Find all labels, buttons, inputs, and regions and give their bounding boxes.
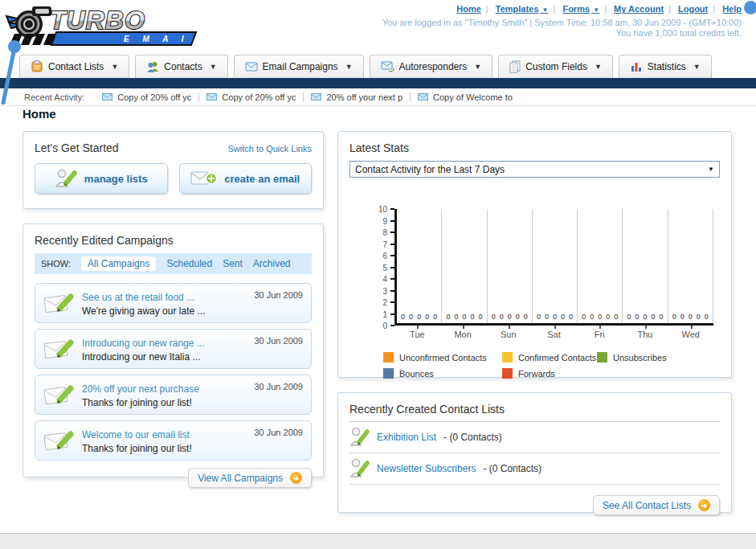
chart-value: 0 xyxy=(635,313,640,321)
campaign-card[interactable]: Introducing our new range ... 30 Jun 200… xyxy=(35,329,312,369)
manage-lists-label: manage lists xyxy=(84,173,148,185)
filter-all-campaigns[interactable]: All Campaigns xyxy=(81,256,156,271)
campaign-title-link[interactable]: Introducing our new range ... xyxy=(82,338,205,349)
filter-scheduled[interactable]: Scheduled xyxy=(166,258,212,269)
chart-y-axis: 012345678910 xyxy=(367,209,394,326)
contact-list-item[interactable]: Exhibition List - (0 Contacts) xyxy=(349,422,720,453)
nav-link-my-account[interactable]: My Account xyxy=(614,4,664,14)
contact-list-detail: - (0 Contacts) xyxy=(483,463,541,474)
tab-contact-lists[interactable]: Contact Lists▼ xyxy=(19,55,129,78)
main-content: E M A I L TURBO Home| Templates ▼| Forms… xyxy=(0,0,756,534)
legend-swatch xyxy=(502,368,513,379)
recent-activity-item[interactable]: 20% off your next p xyxy=(311,92,411,102)
main-tabbar: Contact Lists▼ Contacts▼ Email Campaigns… xyxy=(0,54,756,78)
y-tick-mark xyxy=(390,267,394,268)
autoresponders-icon xyxy=(381,61,394,72)
chart-value: 0 xyxy=(561,313,565,321)
latest-stats-panel: Latest Stats Contact Activity for the La… xyxy=(337,131,732,378)
recent-activity-item[interactable]: Copy of 20% off yc xyxy=(102,92,199,102)
legend-swatch xyxy=(383,352,394,363)
legend-swatch xyxy=(502,352,513,363)
x-tick-label: Wed xyxy=(668,326,713,339)
arrow-right-icon: ➜ xyxy=(290,472,302,484)
statistics-icon xyxy=(630,61,643,72)
tab-statistics[interactable]: Statistics▼ xyxy=(619,55,712,78)
x-tick-label: Fri xyxy=(577,326,623,339)
login-info: You are logged in as "Timothy Smith" | S… xyxy=(382,18,742,27)
navy-bar xyxy=(0,78,756,88)
switch-quick-links-link[interactable]: Switch to Quick Links xyxy=(227,144,312,154)
y-tick-label: 1 xyxy=(382,309,387,318)
contact-list-name-link[interactable]: Exhibition List xyxy=(377,432,436,443)
show-label: SHOW: xyxy=(41,259,71,268)
legend-label: Confirmed Contacts xyxy=(518,353,596,363)
contact-list-name-link[interactable]: Newsletter Subscribers xyxy=(377,463,476,474)
stats-range-select[interactable]: Contact Activity for the Last 7 Days ▼ xyxy=(349,161,720,178)
campaign-subtitle: Thanks for joining our list! xyxy=(82,397,303,408)
filter-sent[interactable]: Sent xyxy=(223,258,243,269)
tab-email-campaigns[interactable]: Email Campaigns▼ xyxy=(234,55,364,78)
tab-label: Contacts xyxy=(164,61,202,72)
y-tick-mark xyxy=(390,231,394,233)
create-email-button[interactable]: create an email xyxy=(179,163,313,194)
legend-label: Unsubscribes xyxy=(613,353,667,363)
chart-day-group: 00000 xyxy=(442,209,487,323)
contact-lists-icon xyxy=(31,60,43,73)
chart-value: 0 xyxy=(627,313,631,321)
tab-autoresponders[interactable]: Autoresponders▼ xyxy=(370,55,493,78)
chart-value: 0 xyxy=(705,313,709,321)
see-all-contact-lists-button[interactable]: See All Contact Lists ➜ xyxy=(593,495,720,515)
chart-day-group: 00000 xyxy=(668,209,713,323)
campaign-card[interactable]: See us at the retail food ... 30 Jun 200… xyxy=(35,283,312,323)
chevron-down-icon: ▼ xyxy=(591,6,599,14)
recent-activity-item[interactable]: Copy of Welcome to xyxy=(418,92,520,102)
tab-custom-fields[interactable]: Custom Fields▼ xyxy=(498,55,613,78)
app-window: E M A I L TURBO Home| Templates ▼| Forms… xyxy=(0,0,756,549)
y-tick-mark xyxy=(390,208,394,210)
y-tick-label: 4 xyxy=(382,275,387,284)
manage-lists-button[interactable]: manage lists xyxy=(35,163,168,194)
legend-label: Unconfirmed Contacts xyxy=(399,353,487,363)
y-tick-label: 9 xyxy=(382,216,387,225)
y-tick-mark xyxy=(390,313,394,315)
recent-activity-item[interactable]: Copy of 20% off yc xyxy=(206,92,304,102)
y-tick-label: 10 xyxy=(378,205,387,214)
chart-value: 0 xyxy=(652,313,656,321)
chevron-down-icon: ▼ xyxy=(111,63,118,71)
chart-value: 0 xyxy=(598,313,602,321)
nav-link-home[interactable]: Home xyxy=(456,4,481,14)
chart-value: 0 xyxy=(590,313,594,321)
tab-label: Autoresponders xyxy=(399,61,468,72)
campaigns-panel: Recently Edited Campaigns SHOW: All Camp… xyxy=(22,223,324,477)
campaign-subtitle: Introducing our new Italia ... xyxy=(82,351,303,363)
y-tick-mark xyxy=(390,255,394,256)
nav-link-forms[interactable]: Forms ▼ xyxy=(562,4,599,14)
nav-link-templates[interactable]: Templates ▼ xyxy=(496,4,549,14)
view-all-campaigns-button[interactable]: View All Campaigns ➜ xyxy=(188,468,312,488)
contact-list-item[interactable]: Newsletter Subscribers - (0 Contacts) xyxy=(349,453,720,485)
nav-link-logout[interactable]: Logout xyxy=(678,4,708,14)
chart-value-labels: 00000 xyxy=(488,313,532,321)
chart-value-labels: 00000 xyxy=(578,313,622,321)
pin-decoration xyxy=(0,39,24,104)
nav-link-help[interactable]: Help xyxy=(722,4,742,14)
manage-lists-icon xyxy=(55,169,77,188)
legend-label: Forwards xyxy=(518,369,555,379)
corner-dot-decoration xyxy=(744,1,756,14)
campaign-title-link[interactable]: Welcome to our email list xyxy=(82,429,190,440)
chart-value: 0 xyxy=(537,313,541,321)
chart-value: 0 xyxy=(569,313,573,321)
campaign-title-link[interactable]: 20% off your next purchase xyxy=(82,383,199,395)
chart-value-labels: 00000 xyxy=(442,313,486,321)
envelope-icon xyxy=(102,93,112,100)
campaign-card[interactable]: Welcome to our email list 30 Jun 2009 Th… xyxy=(35,420,312,461)
tab-contacts[interactable]: Contacts▼ xyxy=(135,55,227,78)
contact-list-detail: - (0 Contacts) xyxy=(443,432,502,443)
x-tick-label: Mon xyxy=(440,326,486,339)
tab-label: Email Campaigns xyxy=(263,61,338,72)
campaign-title-link[interactable]: See us at the retail food ... xyxy=(82,292,194,303)
contact-lists-panel: Recently Created Contact Lists Exhibitio… xyxy=(337,392,732,513)
campaign-card[interactable]: 20% off your next purchase 30 Jun 2009 T… xyxy=(35,375,312,415)
filter-archived[interactable]: Archived xyxy=(253,258,291,269)
footer-strip xyxy=(0,535,756,549)
